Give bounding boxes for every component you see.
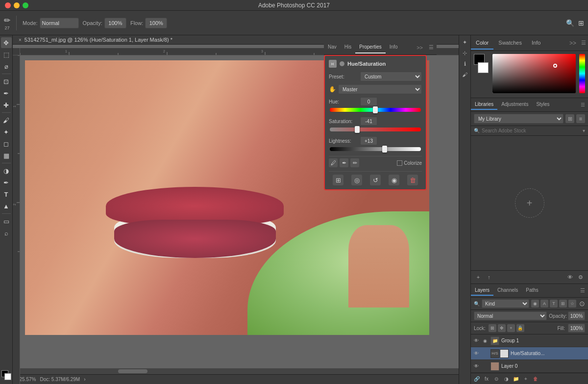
nav-tab-properties[interactable]: Properties	[355, 41, 386, 53]
search-icon[interactable]: 🔍	[566, 19, 574, 27]
hue-value[interactable]: 0	[360, 97, 377, 106]
preset-select[interactable]: Custom	[360, 72, 422, 81]
lock-all-btn[interactable]: 🔒	[516, 324, 524, 332]
add-mask-btn[interactable]: ⊙	[492, 375, 500, 383]
nav-tab-info[interactable]: Info	[386, 41, 402, 53]
type-tool[interactable]: T	[1, 189, 12, 200]
layer-eye-group1[interactable]: 👁	[473, 337, 480, 344]
eyedropper-base-btn[interactable]: ✏	[350, 158, 359, 167]
hue-slider-track[interactable]	[330, 108, 421, 112]
layer-eye-huesat[interactable]: 👁	[473, 350, 480, 357]
lock-position-btn[interactable]: +	[507, 324, 515, 332]
shape-tool[interactable]: ▭	[1, 216, 12, 227]
bg-swatch[interactable]	[478, 62, 489, 73]
panel-tabs-more[interactable]: >>	[566, 40, 579, 47]
lock-image-btn[interactable]: ✥	[498, 324, 506, 332]
brush-tool-btn[interactable]: 🖌	[1, 115, 12, 126]
nav-menu-btn[interactable]: ☰	[426, 44, 437, 51]
opacity-field[interactable]	[568, 311, 585, 320]
brush2-icon[interactable]: 🖌	[460, 70, 470, 79]
lock-transparent-btn[interactable]: ⊠	[489, 324, 496, 332]
colorize-checkbox[interactable]	[397, 160, 402, 166]
eyedropper-tool[interactable]: ✒	[1, 88, 12, 99]
color-picker[interactable]	[492, 54, 576, 93]
info2-icon[interactable]: ℹ	[460, 59, 470, 69]
background-color[interactable]	[4, 373, 11, 380]
filter-adj-btn[interactable]: A	[540, 300, 548, 307]
layer-item-layer0[interactable]: 👁 Layer 0	[471, 360, 588, 373]
sat-slider-track[interactable]	[330, 128, 421, 131]
sat-value[interactable]: -41	[360, 117, 377, 126]
filter-shape-btn[interactable]: ⊞	[559, 300, 567, 307]
lib-search-input[interactable]	[482, 128, 581, 133]
layer-item-huesat[interactable]: 👁 H/S Hue/Saturatio...	[471, 347, 588, 360]
flow-input[interactable]	[145, 18, 167, 28]
filter-select[interactable]: Kind	[482, 299, 529, 308]
link-btn[interactable]: ◎	[351, 175, 362, 185]
lib-add-icon[interactable]: +	[474, 273, 483, 282]
panel-menu-btn[interactable]: ☰	[579, 40, 588, 46]
maximize-button[interactable]	[23, 2, 28, 8]
lib-eye-icon[interactable]: 👁	[565, 273, 574, 282]
styles-tab[interactable]: Styles	[532, 100, 553, 110]
doc-tab-close[interactable]: ×	[19, 37, 22, 43]
eyedropper-add-btn[interactable]: 🖊	[329, 158, 338, 167]
layers-tab-layers[interactable]: Layers	[471, 285, 493, 296]
delete-btn[interactable]: 🗑	[407, 175, 418, 185]
layers-tab-paths[interactable]: Paths	[522, 285, 542, 296]
move-tool[interactable]: ✥	[1, 37, 12, 48]
lib-grid-btn[interactable]: ⊞	[565, 114, 574, 123]
gradient-tool[interactable]: ▦	[1, 150, 12, 161]
healing-tool[interactable]: ✚	[1, 100, 12, 110]
path-select-tool[interactable]: ▲	[1, 201, 12, 211]
layer-item-group1[interactable]: 👁 ◉ 📁 Group 1	[471, 334, 588, 347]
filter-text-btn[interactable]: T	[550, 300, 558, 307]
window-icon[interactable]: ⊞	[578, 19, 584, 27]
light-slider-thumb[interactable]	[382, 146, 387, 153]
link-layers-btn[interactable]: 🔗	[473, 375, 481, 383]
hue-strip[interactable]	[579, 54, 585, 93]
info-tab[interactable]: Info	[527, 37, 545, 50]
scrollbar-horizontal[interactable]	[20, 368, 459, 374]
nav-more-btn[interactable]: >>	[414, 45, 426, 51]
layers-tab-channels[interactable]: Channels	[493, 285, 522, 296]
lasso-tool[interactable]: ⌀	[1, 61, 12, 72]
crop-tool[interactable]: ⊡	[1, 76, 12, 87]
minimize-button[interactable]	[14, 2, 20, 8]
light-slider-track[interactable]	[330, 147, 421, 151]
new-group-btn[interactable]: 📁	[512, 375, 520, 383]
library-select[interactable]: My Library	[474, 114, 564, 124]
reset-btn[interactable]: ↺	[370, 175, 381, 185]
swatches-tab[interactable]: Swatches	[493, 37, 527, 50]
lib-list-btn[interactable]: ≡	[576, 114, 585, 123]
libraries-tab[interactable]: Libraries	[471, 100, 497, 110]
crop-marks-icon[interactable]: ⊹	[460, 48, 470, 58]
adjustments-tab[interactable]: Adjustments	[497, 100, 532, 110]
nav-tab-his[interactable]: His	[341, 41, 355, 53]
mode-select[interactable]: Normal	[40, 18, 79, 28]
arrow-btn[interactable]: ›	[84, 377, 85, 382]
art-boards-icon[interactable]: ✦	[460, 37, 470, 47]
lib-upload-icon[interactable]: ↑	[485, 273, 493, 282]
layer-eye-layer0[interactable]: 👁	[473, 363, 480, 370]
add-fx-btn[interactable]: fx	[483, 375, 490, 383]
delete-layer-btn[interactable]: 🗑	[532, 375, 539, 383]
filter-toggle[interactable]: ⊙	[579, 300, 585, 307]
lib-search-expand[interactable]: ▾	[583, 128, 585, 133]
pen-tool[interactable]: ✒	[1, 177, 12, 188]
opacity-input[interactable]	[104, 18, 126, 28]
fill-field[interactable]	[568, 324, 585, 333]
close-button[interactable]	[5, 2, 11, 8]
light-value[interactable]: +13	[360, 136, 377, 145]
zoom-tool[interactable]: ⌕	[1, 228, 12, 238]
lib-add-btn[interactable]: +	[527, 198, 533, 209]
color-tab[interactable]: Color	[471, 37, 493, 50]
clone-tool[interactable]: ✦	[1, 127, 12, 137]
visibility-btn[interactable]: ◉	[389, 175, 399, 185]
nav-tab-nav[interactable]: Nav	[324, 41, 341, 53]
lib-menu-btn[interactable]: ☰	[578, 102, 588, 107]
marquee-tool[interactable]: ⬚	[1, 49, 12, 60]
panel-vis-btn[interactable]	[340, 61, 344, 66]
eyedropper-sub-btn[interactable]: ✒	[340, 158, 348, 167]
scrollbar-thumb[interactable]	[118, 369, 147, 373]
